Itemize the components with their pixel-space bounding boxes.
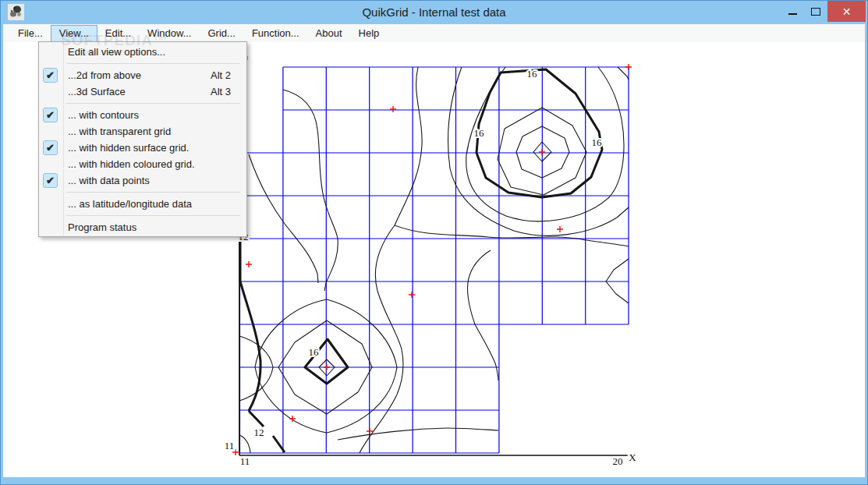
window-controls: ✕ — [781, 1, 866, 22]
menubar-item-view[interactable]: View... — [51, 26, 97, 41]
menubar-item-help[interactable]: Help — [351, 26, 388, 41]
menu-item-label: ... with hidden coloured grid. — [68, 158, 195, 170]
view-menu-item-edit-all-view-options[interactable]: Edit all view options... — [39, 44, 246, 60]
menubar-item-grid[interactable]: Grid... — [200, 26, 243, 41]
menu-separator — [39, 100, 246, 107]
menubar-item-edit[interactable]: Edit... — [97, 26, 139, 41]
checkmark-icon: ✔ — [43, 140, 58, 155]
menu-separator — [39, 60, 246, 67]
menu-item-label: ...3d Surface — [68, 86, 126, 97]
checkmark-icon: ✔ — [43, 173, 58, 188]
view-menu-item-as-latitude-longitude-data[interactable]: ... as latitude/longitude data — [39, 196, 246, 212]
menu-separator — [39, 189, 246, 196]
menu-bar: File...View...Edit...Window...Grid...Fun… — [3, 24, 865, 42]
view-menu-item-with-transparent-grid[interactable]: ... with transparent grid — [39, 123, 246, 140]
menu-item-label: ... with hidden surface grid. — [68, 142, 189, 154]
menubar-item-function[interactable]: Function... — [244, 26, 307, 41]
menu-item-label: ... with data points — [68, 175, 150, 186]
menu-item-shortcut: Alt 2 — [211, 69, 231, 81]
close-button[interactable]: ✕ — [827, 1, 866, 22]
menu-item-shortcut: Alt 3 — [211, 86, 231, 97]
view-menu-item-program-status[interactable]: Program status — [39, 219, 246, 235]
minimize-icon — [788, 13, 797, 15]
close-icon: ✕ — [842, 5, 852, 18]
menu-item-label: ... with contours — [68, 109, 139, 121]
menubar-item-window[interactable]: Window... — [140, 26, 199, 41]
window-title: QuikGrid - Internal test data — [1, 5, 867, 19]
menubar-item-about[interactable]: About — [308, 26, 350, 41]
app-window: 161616161212111120X QuikGrid - Internal … — [0, 0, 868, 485]
menu-separator — [39, 212, 246, 219]
checkmark-icon: ✔ — [43, 68, 58, 83]
title-bar[interactable]: QuikGrid - Internal test data ✕ — [1, 1, 867, 24]
view-menu-item-with-contours[interactable]: ✔... with contours — [39, 107, 246, 123]
view-menu-item-2d-from-above[interactable]: ✔...2d from aboveAlt 2 — [39, 67, 246, 83]
view-menu-item-with-data-points[interactable]: ✔... with data points — [39, 172, 246, 189]
view-menu-item-3d-surface[interactable]: ...3d SurfaceAlt 3 — [39, 83, 246, 100]
menu-item-label: Program status — [68, 221, 136, 233]
maximize-button[interactable] — [804, 1, 827, 22]
menu-item-label: ... with transparent grid — [68, 126, 171, 137]
minimize-button[interactable] — [781, 1, 804, 22]
view-menu-item-with-hidden-surface-grid[interactable]: ✔... with hidden surface grid. — [39, 140, 246, 156]
view-menu-item-with-hidden-coloured-grid[interactable]: ... with hidden coloured grid. — [39, 156, 246, 172]
menubar-item-file[interactable]: File... — [10, 26, 51, 41]
menu-item-label: ...2d from above — [68, 69, 141, 81]
checkmark-icon: ✔ — [43, 108, 58, 122]
menu-item-label: ... as latitude/longitude data — [68, 198, 192, 210]
view-menu: Edit all view options...✔...2d from abov… — [38, 41, 247, 237]
menu-item-label: Edit all view options... — [68, 46, 165, 58]
maximize-icon — [811, 8, 820, 16]
